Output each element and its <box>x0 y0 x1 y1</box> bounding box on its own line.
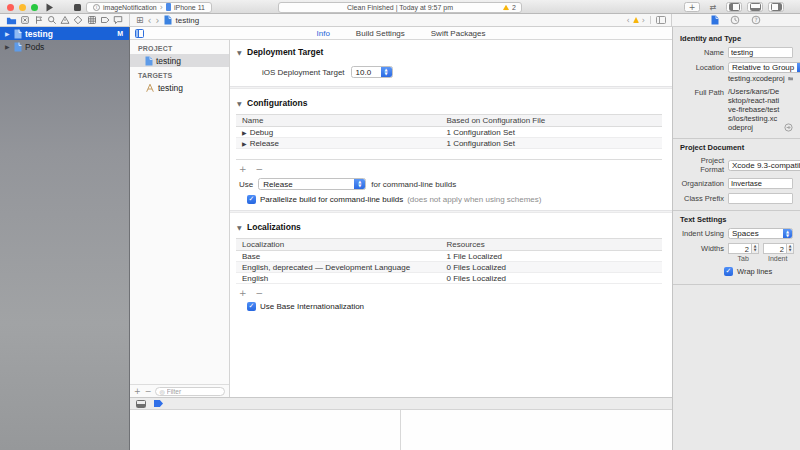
go-back-icon[interactable]: ‹ <box>148 15 152 26</box>
localizations-section-header[interactable]: ▼ Localizations <box>230 217 672 236</box>
tab-width-stepper[interactable]: 2 ▲▼ <box>728 243 759 254</box>
history-inspector-icon[interactable] <box>730 15 740 25</box>
go-forward-icon[interactable]: › <box>156 15 160 26</box>
search-icon[interactable] <box>47 15 57 25</box>
navigator-sidebar: ▶ testing M ▶ Pods <box>0 27 130 450</box>
command-line-configuration-popup[interactable]: Release ▲▼ <box>258 178 366 190</box>
disclosure-closed-icon[interactable]: ▶ <box>5 30 11 37</box>
project-header: PROJECT <box>130 40 229 54</box>
stop-button[interactable] <box>70 0 84 14</box>
table-row[interactable]: ▶Debug 1 Configuration Set <box>236 127 662 138</box>
tab-swift-packages[interactable]: Swift Packages <box>431 29 486 38</box>
parallelize-checkbox[interactable]: ✓ <box>247 195 256 204</box>
code-review-button[interactable]: ⇄ <box>705 2 721 12</box>
filter-field[interactable]: ◎ <box>155 387 225 396</box>
table-row[interactable]: English 0 Files Localized <box>236 273 662 284</box>
tab-caption: Tab <box>728 255 759 262</box>
folder-icon[interactable] <box>788 75 793 82</box>
tab-build-settings[interactable]: Build Settings <box>356 29 405 38</box>
toggle-debug-area-button[interactable] <box>747 2 763 12</box>
remove-configuration-button[interactable]: − <box>256 164 264 174</box>
scheme-name: imageNotification <box>103 4 157 11</box>
breakpoint-navigator-icon[interactable] <box>100 15 110 25</box>
table-row[interactable]: ▶Release 1 Configuration Set <box>236 138 662 149</box>
source-control-navigator-icon[interactable] <box>20 15 30 25</box>
related-items-icon[interactable]: ⊞ <box>136 15 144 25</box>
project-item-testing[interactable]: testing <box>130 54 229 67</box>
previous-issue-icon[interactable]: ‹ <box>627 16 630 25</box>
stepper-arrows-icon[interactable]: ▲▼ <box>752 243 759 254</box>
remove-target-button[interactable]: − <box>145 387 152 396</box>
debug-navigator-icon[interactable] <box>87 15 97 25</box>
organization-field[interactable] <box>728 178 793 189</box>
project-info-content: ▼ Deployment Target iOS Deployment Targe… <box>230 40 672 397</box>
table-row[interactable]: English, deprecated — Development Langua… <box>236 262 662 273</box>
minimize-window-button[interactable] <box>19 4 26 11</box>
text-settings-header: Text Settings <box>680 215 793 224</box>
navigator-item-pods[interactable]: ▶ Pods <box>0 40 129 53</box>
indent-width-stepper[interactable]: 2 ▲▼ <box>763 243 794 254</box>
deployment-target-section-header[interactable]: ▼ Deployment Target <box>230 42 672 61</box>
indent-using-popup[interactable]: Spaces ▲▼ <box>728 228 793 239</box>
adjust-editor-icon[interactable] <box>656 16 666 24</box>
file-inspector-icon[interactable] <box>711 15 719 25</box>
remove-localization-button[interactable]: − <box>256 288 264 298</box>
class-prefix-field[interactable] <box>728 193 793 204</box>
reveal-arrow-icon[interactable] <box>784 123 793 132</box>
wrap-lines-checkbox[interactable]: ✓ <box>724 267 733 276</box>
full-path-label: Full Path <box>680 88 724 97</box>
editor-area: Info Build Settings Swift Packages PROJE… <box>130 27 672 450</box>
breakpoints-toggle-icon[interactable] <box>154 400 163 407</box>
disclosure-closed-icon[interactable]: ▶ <box>242 129 247 136</box>
stop-icon <box>74 4 81 11</box>
add-localization-button[interactable]: + <box>239 288 247 298</box>
app-target-icon <box>145 83 155 93</box>
popup-arrows-icon: ▲▼ <box>381 67 392 77</box>
zoom-window-button[interactable] <box>31 4 38 11</box>
wrap-lines-label: Wrap lines <box>737 267 772 276</box>
base-internationalization-checkbox[interactable]: ✓ <box>247 302 256 311</box>
navigator-item-testing[interactable]: ▶ testing M <box>0 27 129 40</box>
library-button[interactable]: + <box>684 2 700 12</box>
project-format-label: Project Format <box>680 156 724 174</box>
project-navigator-icon[interactable] <box>6 15 17 26</box>
filter-icon: ◎ <box>159 388 164 395</box>
toggle-navigator-button[interactable] <box>726 2 742 12</box>
name-field[interactable] <box>728 47 793 58</box>
stepper-arrows-icon[interactable]: ▲▼ <box>787 243 794 254</box>
symbol-navigator-icon[interactable] <box>34 15 44 25</box>
issue-navigator-icon[interactable] <box>60 15 70 25</box>
next-issue-icon[interactable]: › <box>642 16 645 25</box>
filter-input[interactable] <box>167 388 221 395</box>
toggle-inspector-button[interactable] <box>768 2 784 12</box>
test-navigator-icon[interactable] <box>73 15 83 25</box>
variables-view[interactable] <box>130 410 400 450</box>
location-popup[interactable]: Relative to Group ▲▼ <box>728 62 800 73</box>
name-label: Name <box>680 48 724 57</box>
add-configuration-button[interactable]: + <box>239 164 247 174</box>
table-row[interactable]: Base 1 File Localized <box>236 251 662 262</box>
scheme-selector[interactable]: i imageNotification › iPhone 11 <box>86 2 212 13</box>
target-item-testing[interactable]: testing <box>130 81 229 94</box>
section-title: Localizations <box>247 222 301 232</box>
run-button[interactable] <box>42 0 56 14</box>
project-format-popup[interactable]: Xcode 9.3-compatible ▲▼ <box>728 160 800 171</box>
jump-bar-file[interactable]: testing <box>176 16 200 25</box>
configurations-section-header[interactable]: ▼ Configurations <box>230 93 672 112</box>
tab-info[interactable]: Info <box>317 29 330 38</box>
play-icon <box>45 3 54 12</box>
quick-help-inspector-icon[interactable]: ? <box>751 15 761 25</box>
console-output[interactable] <box>401 410 672 450</box>
issue-warning-icon[interactable] <box>633 17 639 23</box>
disclosure-closed-icon[interactable]: ▶ <box>242 140 247 147</box>
disclosure-closed-icon[interactable]: ▶ <box>5 43 11 50</box>
localizations-table: Localization Resources Base 1 File Local… <box>236 238 662 284</box>
toolbar-right-buttons: + ⇄ <box>684 2 784 12</box>
report-navigator-icon[interactable] <box>113 15 123 25</box>
hide-debug-area-icon[interactable] <box>136 400 146 408</box>
add-target-button[interactable]: + <box>134 387 141 396</box>
ios-deployment-target-popup[interactable]: 10.0 ▲▼ <box>351 66 393 78</box>
disclosure-open-icon: ▼ <box>237 224 243 231</box>
close-window-button[interactable] <box>7 4 14 11</box>
activity-viewer[interactable]: Clean Finished | Today at 9:57 pm 2 <box>278 2 522 13</box>
